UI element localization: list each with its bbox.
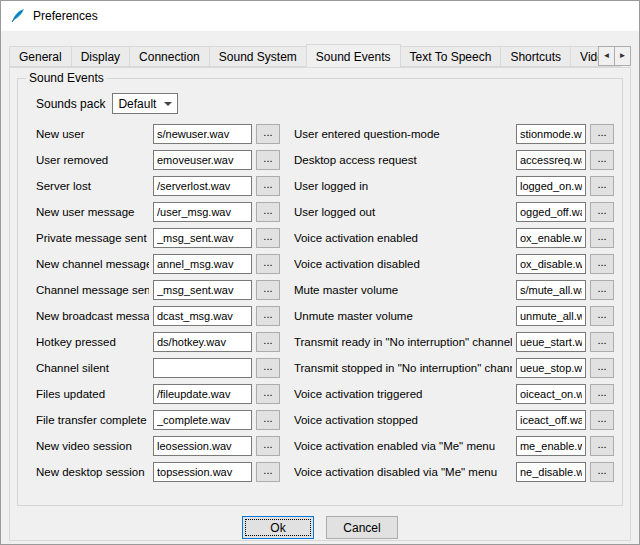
sound-event-label: Voice activation triggered	[294, 388, 512, 400]
browse-button[interactable]: ...	[256, 436, 280, 456]
tab-general[interactable]: General	[9, 46, 72, 67]
sound-event-label: Files updated	[36, 388, 149, 400]
sound-file-input[interactable]	[153, 202, 252, 222]
browse-button[interactable]: ...	[256, 150, 280, 170]
tab-shortcuts[interactable]: Shortcuts	[500, 46, 571, 67]
sound-file-input[interactable]	[153, 358, 252, 378]
titlebar[interactable]: Preferences	[1, 1, 639, 31]
sound-file-input[interactable]	[153, 306, 252, 326]
browse-button[interactable]: ...	[590, 410, 614, 430]
sound-file-input[interactable]	[153, 436, 252, 456]
sound-file-input[interactable]	[516, 254, 586, 274]
browse-button[interactable]: ...	[256, 254, 280, 274]
sound-event-label: New broadcast message	[36, 310, 149, 322]
sound-event-label: Hotkey pressed	[36, 336, 149, 348]
browse-button[interactable]: ...	[590, 202, 614, 222]
sound-event-label: Voice activation stopped	[294, 414, 512, 426]
sounds-pack-value: Default	[118, 97, 156, 111]
sound-file-input[interactable]	[153, 410, 252, 430]
sound-file-input[interactable]	[153, 280, 252, 300]
sound-file-input[interactable]	[516, 410, 586, 430]
browse-button[interactable]: ...	[590, 306, 614, 326]
sound-event-row: Hotkey pressed...	[36, 332, 280, 352]
tab-text-to-speech[interactable]: Text To Speech	[400, 46, 502, 67]
sound-file-input[interactable]	[153, 176, 252, 196]
sound-event-row: Voice activation enabled...	[294, 228, 614, 248]
browse-button[interactable]: ...	[590, 150, 614, 170]
sound-file-input[interactable]	[516, 124, 586, 144]
dialog-buttons: Ok Cancel	[17, 516, 623, 539]
ok-button[interactable]: Ok	[242, 516, 314, 539]
sound-file-input[interactable]	[153, 254, 252, 274]
browse-button[interactable]: ...	[256, 410, 280, 430]
sound-event-row: Voice activation disabled via "Me" menu.…	[294, 462, 614, 482]
sound-event-row: Unmute master volume...	[294, 306, 614, 326]
sound-file-input[interactable]	[153, 332, 252, 352]
browse-button[interactable]: ...	[590, 124, 614, 144]
sound-event-row: New user...	[36, 124, 280, 144]
sound-file-input[interactable]	[516, 436, 586, 456]
sound-file-input[interactable]	[516, 358, 586, 378]
sound-file-input[interactable]	[153, 150, 252, 170]
browse-button[interactable]: ...	[590, 332, 614, 352]
tab-scroll-right-icon[interactable]: ►	[614, 46, 631, 66]
sound-event-label: New user message	[36, 206, 149, 218]
tab-scroll-buttons: ◄ ►	[598, 46, 631, 66]
browse-button[interactable]: ...	[590, 280, 614, 300]
sound-file-input[interactable]	[153, 228, 252, 248]
sound-event-label: User entered question-mode	[294, 128, 512, 140]
sound-event-row: New channel message...	[36, 254, 280, 274]
sound-file-input[interactable]	[516, 384, 586, 404]
sound-event-label: Private message sent	[36, 232, 149, 244]
sound-file-input[interactable]	[516, 228, 586, 248]
tab-sound-events[interactable]: Sound Events	[306, 44, 401, 67]
sound-event-label: User logged out	[294, 206, 512, 218]
tab-scroll-left-icon[interactable]: ◄	[598, 46, 615, 66]
browse-button[interactable]: ...	[590, 384, 614, 404]
sounds-pack-select[interactable]: Default	[112, 93, 178, 114]
sound-file-input[interactable]	[516, 176, 586, 196]
sound-file-input[interactable]	[516, 150, 586, 170]
sound-event-label: Voice activation disabled via "Me" menu	[294, 466, 512, 478]
sound-file-input[interactable]	[516, 462, 586, 482]
sound-file-input[interactable]	[516, 280, 586, 300]
browse-button[interactable]: ...	[590, 358, 614, 378]
sound-event-label: Mute master volume	[294, 284, 512, 296]
sound-file-input[interactable]	[516, 332, 586, 352]
tab-display[interactable]: Display	[71, 46, 130, 67]
browse-button[interactable]: ...	[590, 228, 614, 248]
browse-button[interactable]: ...	[256, 124, 280, 144]
browse-button[interactable]: ...	[256, 332, 280, 352]
sound-event-row: Private message sent...	[36, 228, 280, 248]
sound-event-label: Server lost	[36, 180, 149, 192]
sound-file-input[interactable]	[153, 462, 252, 482]
browse-button[interactable]: ...	[256, 202, 280, 222]
cancel-button[interactable]: Cancel	[326, 516, 398, 539]
browse-button[interactable]: ...	[256, 358, 280, 378]
browse-button[interactable]: ...	[590, 176, 614, 196]
sound-file-input[interactable]	[516, 202, 586, 222]
tab-connection[interactable]: Connection	[129, 46, 210, 67]
sound-event-row: New video session...	[36, 436, 280, 456]
tab-bar: General Display Connection Sound System …	[9, 44, 631, 67]
sound-event-label: New user	[36, 128, 149, 140]
sound-event-label: User logged in	[294, 180, 512, 192]
browse-button[interactable]: ...	[590, 436, 614, 456]
browse-button[interactable]: ...	[590, 254, 614, 274]
browse-button[interactable]: ...	[256, 306, 280, 326]
sound-event-row: Channel message sent...	[36, 280, 280, 300]
sound-event-row: Transmit ready in "No interruption" chan…	[294, 332, 614, 352]
browse-button[interactable]: ...	[256, 462, 280, 482]
sound-file-input[interactable]	[153, 384, 252, 404]
window-title: Preferences	[33, 9, 98, 23]
browse-button[interactable]: ...	[256, 228, 280, 248]
browse-button[interactable]: ...	[256, 176, 280, 196]
sound-event-label: New video session	[36, 440, 149, 452]
tab-sound-system[interactable]: Sound System	[209, 46, 307, 67]
sound-file-input[interactable]	[516, 306, 586, 326]
app-icon	[10, 8, 26, 24]
browse-button[interactable]: ...	[256, 280, 280, 300]
sound-file-input[interactable]	[153, 124, 252, 144]
browse-button[interactable]: ...	[590, 462, 614, 482]
browse-button[interactable]: ...	[256, 384, 280, 404]
